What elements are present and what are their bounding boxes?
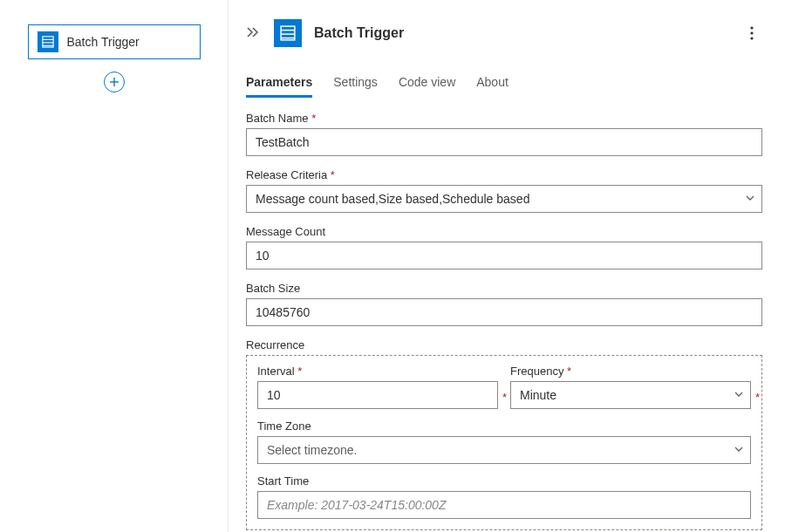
batch-name-input[interactable]	[246, 128, 762, 156]
svg-point-10	[750, 26, 753, 29]
message-count-label: Message Count	[246, 225, 762, 238]
collapse-button[interactable]	[246, 26, 260, 41]
release-criteria-value: Message count based,Size based,Schedule …	[256, 192, 529, 206]
timezone-select[interactable]: Select timezone.	[257, 436, 751, 464]
svg-point-12	[750, 37, 753, 39]
batch-trigger-icon	[274, 19, 302, 47]
release-criteria-label: Release Criteria	[246, 168, 762, 181]
tab-code-view[interactable]: Code view	[399, 70, 455, 98]
tab-parameters[interactable]: Parameters	[246, 70, 312, 98]
interval-input[interactable]	[257, 381, 498, 409]
release-criteria-select[interactable]: Message count based,Size based,Schedule …	[246, 185, 762, 213]
more-menu-button[interactable]	[741, 23, 762, 44]
svg-point-11	[750, 31, 753, 34]
required-indicator: *	[755, 391, 760, 404]
recurrence-label: Recurrence	[246, 338, 762, 351]
tab-about[interactable]: About	[476, 70, 509, 98]
plus-icon	[109, 77, 119, 87]
designer-canvas: Batch Trigger	[0, 0, 228, 532]
details-pane: Batch Trigger Parameters Settings Code v…	[229, 0, 785, 532]
pane-header: Batch Trigger	[246, 17, 762, 49]
start-time-label: Start Time	[257, 474, 751, 488]
frequency-select[interactable]: Minute	[510, 381, 751, 409]
start-time-input[interactable]	[257, 491, 751, 519]
batch-size-label: Batch Size	[246, 282, 762, 295]
frequency-value: Minute	[520, 388, 556, 402]
tab-settings[interactable]: Settings	[333, 70, 378, 98]
add-step-button[interactable]	[104, 72, 125, 92]
double-chevron-right-icon	[246, 26, 260, 38]
required-indicator: *	[502, 391, 507, 404]
tab-bar: Parameters Settings Code view About	[246, 70, 762, 98]
batch-name-label: Batch Name	[246, 112, 762, 125]
message-count-input[interactable]	[246, 242, 762, 269]
trigger-card[interactable]: Batch Trigger	[28, 24, 201, 59]
pane-title: Batch Trigger	[314, 25, 404, 41]
batch-size-input[interactable]	[246, 298, 762, 326]
timezone-placeholder: Select timezone.	[267, 443, 358, 457]
timezone-label: Time Zone	[257, 419, 751, 433]
batch-trigger-icon	[38, 31, 58, 52]
recurrence-group: Interval * Frequency Minute *	[246, 355, 762, 530]
trigger-card-label: Batch Trigger	[67, 35, 140, 49]
interval-label: Interval	[257, 365, 498, 378]
frequency-label: Frequency	[510, 365, 751, 378]
kebab-icon	[750, 26, 754, 40]
